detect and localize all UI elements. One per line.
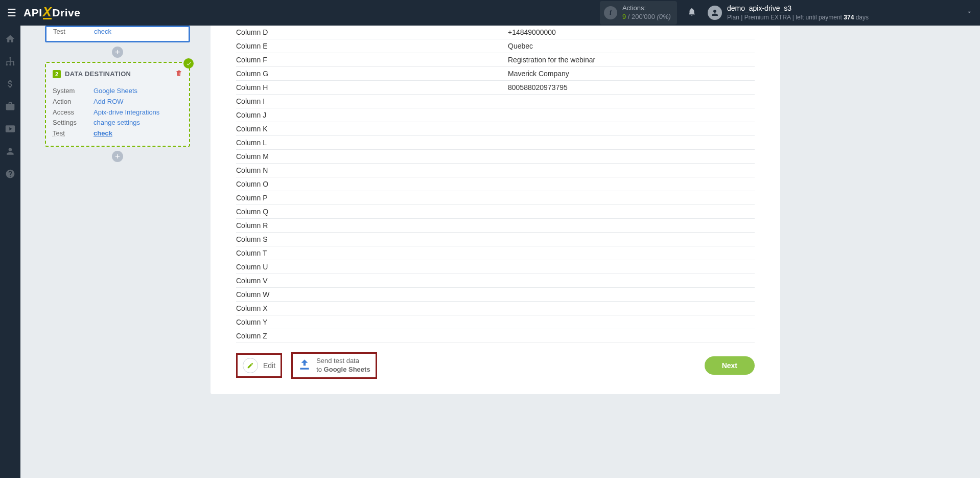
source-test-value[interactable]: check	[94, 28, 111, 35]
table-row: Column W	[236, 288, 755, 302]
send-test-data-button[interactable]: Send test data to Google Sheets	[291, 352, 377, 379]
column-name: Column I	[236, 97, 508, 105]
table-row: Column N	[236, 164, 755, 177]
dollar-icon[interactable]	[5, 79, 15, 89]
actions-label: Actions:	[622, 4, 671, 13]
column-name: Column P	[236, 194, 508, 202]
dest-row-value[interactable]: Add ROW	[94, 97, 124, 107]
column-value	[508, 111, 755, 119]
column-value	[508, 97, 755, 105]
actions-box[interactable]: i Actions: 9 / 200'000 (0%)	[600, 1, 677, 25]
briefcase-icon[interactable]	[5, 101, 15, 111]
dest-row-value[interactable]: change settings	[94, 118, 140, 128]
user-block[interactable]: demo_apix-drive_s3 Plan | Premium EXTRA …	[727, 4, 869, 21]
actions-total: 200'000	[632, 13, 655, 20]
dest-row-label: Access	[53, 107, 94, 118]
column-value	[508, 180, 755, 188]
column-name: Column N	[236, 166, 508, 174]
column-name: Column X	[236, 304, 508, 312]
column-value: Maverick Company	[508, 70, 755, 78]
connections-icon[interactable]	[5, 56, 15, 66]
column-value	[508, 125, 755, 133]
user-plan: Plan | Premium EXTRA | left until paymen…	[727, 13, 869, 21]
home-icon[interactable]	[5, 34, 15, 44]
edit-button[interactable]: Edit	[236, 353, 282, 378]
column-name: Column J	[236, 111, 508, 119]
column-value	[508, 166, 755, 174]
table-row: Column GMaverick Company	[236, 67, 755, 81]
column-value	[508, 318, 755, 326]
left-sidebar	[0, 26, 20, 394]
trash-icon[interactable]	[175, 70, 182, 78]
hamburger-icon[interactable]: ☰	[7, 7, 16, 19]
table-row: Column H800588020973795	[236, 81, 755, 95]
column-value	[508, 277, 755, 285]
column-value	[508, 263, 755, 271]
table-row: Column J	[236, 108, 755, 122]
table-row: Column M	[236, 150, 755, 164]
pencil-icon	[243, 358, 258, 373]
column-name: Column L	[236, 139, 508, 147]
step-number-badge: 2	[53, 70, 61, 78]
table-row: Column Z	[236, 329, 755, 343]
dest-row-value[interactable]: Google Sheets	[94, 86, 137, 97]
column-name: Column Y	[236, 318, 508, 326]
column-name: Column Q	[236, 208, 508, 216]
column-name: Column M	[236, 152, 508, 161]
help-icon[interactable]	[5, 169, 15, 179]
main-content: Column D+14849000000Column EQuebecColumn…	[211, 26, 780, 394]
table-row: Column S	[236, 233, 755, 246]
data-destination-card: 2 DATA DESTINATION SystemGoogle SheetsAc…	[45, 62, 190, 147]
dest-row-label: System	[53, 86, 94, 97]
column-value	[508, 194, 755, 202]
column-name: Column W	[236, 290, 508, 299]
table-row: Column U	[236, 260, 755, 274]
column-value: +14849000000	[508, 28, 755, 36]
next-button[interactable]: Next	[705, 356, 755, 375]
info-icon: i	[604, 6, 617, 19]
logo[interactable]: APIXDrive	[24, 6, 80, 19]
table-row: Column V	[236, 274, 755, 288]
avatar-icon[interactable]	[708, 6, 722, 20]
table-row: Column Q	[236, 205, 755, 219]
add-step-button-2[interactable]: +	[112, 151, 123, 162]
table-row: Column FRegistration for the webinar	[236, 53, 755, 67]
column-name: Column E	[236, 42, 508, 50]
table-row: Column O	[236, 177, 755, 191]
column-value	[508, 290, 755, 299]
send-line1: Send test data	[316, 357, 370, 366]
dest-row-label: Action	[53, 97, 94, 107]
column-value	[508, 235, 755, 243]
column-value	[508, 249, 755, 257]
column-value	[508, 332, 755, 340]
table-row: Column X	[236, 302, 755, 315]
upload-icon	[298, 358, 311, 373]
column-name: Column R	[236, 221, 508, 230]
top-header: ☰ APIXDrive i Actions: 9 / 200'000 (0%) …	[0, 0, 980, 26]
user-name: demo_apix-drive_s3	[727, 4, 869, 13]
column-name: Column V	[236, 277, 508, 285]
column-value: Registration for the webinar	[508, 56, 755, 64]
table-row: Column P	[236, 191, 755, 205]
table-row: Column T	[236, 246, 755, 260]
table-row: Column L	[236, 136, 755, 150]
column-value: Quebec	[508, 42, 755, 50]
user-icon[interactable]	[5, 146, 15, 156]
column-name: Column O	[236, 180, 508, 188]
dest-title: DATA DESTINATION	[65, 70, 131, 78]
table-row: Column R	[236, 219, 755, 233]
dest-row-value[interactable]: check	[94, 128, 112, 139]
column-name: Column G	[236, 70, 508, 78]
chevron-down-icon[interactable]	[966, 9, 973, 17]
dest-row-value[interactable]: Apix-drive Integrations	[94, 107, 159, 118]
column-name: Column T	[236, 249, 508, 257]
table-row: Column EQuebec	[236, 39, 755, 53]
add-step-button[interactable]: +	[112, 47, 123, 58]
check-icon	[183, 58, 194, 69]
column-name: Column S	[236, 235, 508, 243]
youtube-icon[interactable]	[5, 124, 15, 134]
column-value	[508, 304, 755, 312]
bell-icon[interactable]	[687, 7, 696, 19]
column-value	[508, 208, 755, 216]
table-row: Column K	[236, 122, 755, 136]
